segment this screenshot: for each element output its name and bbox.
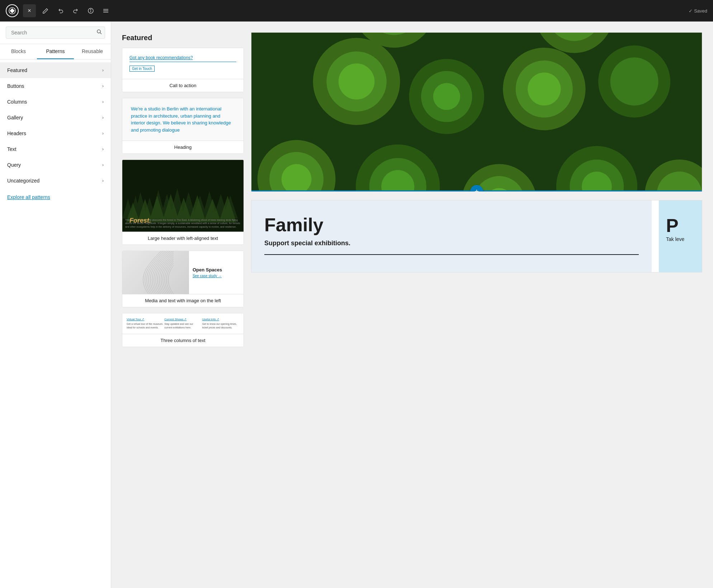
close-button[interactable]: × (23, 4, 36, 17)
chevron-icon: › (102, 131, 104, 136)
chevron-icon: › (102, 84, 104, 89)
redo-button[interactable] (70, 5, 81, 16)
col3-link: Useful Info ↗ (202, 318, 239, 321)
three-cols-label: Three columns of text (122, 334, 244, 347)
large-header-label: Large header with left-aligned text (122, 232, 244, 245)
col1-text: Get a virtual tour of the museum. Ideal … (127, 322, 164, 329)
family-title: Family (264, 215, 639, 235)
tab-patterns[interactable]: Patterns (37, 44, 74, 59)
col-3: Useful Info ↗ Get to know our opening ti… (202, 318, 239, 329)
pattern-card-heading[interactable]: We're a studio in Berlin with an interna… (122, 98, 244, 154)
partial-text: Tak leve (666, 236, 702, 242)
editor-canvas-family: Family Support special exhibitions. P Ta… (251, 200, 702, 272)
svg-line-8 (100, 33, 101, 34)
sidebar-item-text[interactable]: Text › (0, 141, 111, 157)
svg-point-56 (610, 57, 658, 105)
family-section: Family Support special exhibitions. (251, 200, 652, 272)
chevron-icon: › (102, 178, 104, 183)
chevron-icon: › (102, 99, 104, 104)
svg-point-3 (90, 9, 91, 10)
sidebar: Blocks Patterns Reusable Featured › Butt… (0, 22, 111, 588)
toolbar: × ✓ Saved (0, 0, 713, 22)
pattern-card-large-header[interactable]: Forest. There is a thin mist that obscur… (122, 160, 244, 245)
list-view-button[interactable] (100, 5, 111, 16)
sidebar-item-query[interactable]: Query › (0, 157, 111, 173)
cta-pattern-label: Call to action (122, 79, 244, 92)
media-text-preview: Open Spaces See case study → (122, 251, 244, 294)
search-input[interactable] (6, 27, 105, 39)
cta-button-text: Get in Touch (129, 66, 155, 72)
svg-point-54 (528, 72, 561, 105)
sidebar-item-featured[interactable]: Featured › (0, 62, 111, 78)
main-layout: Blocks Patterns Reusable Featured › Butt… (0, 22, 713, 588)
pattern-card-media-text[interactable]: Open Spaces See case study → Media and t… (122, 251, 244, 307)
sidebar-item-columns[interactable]: Columns › (0, 94, 111, 110)
edit-icon-button[interactable] (40, 5, 51, 16)
explore-patterns-link[interactable]: Explore all patterns (0, 189, 111, 206)
sidebar-tabs: Blocks Patterns Reusable (0, 44, 111, 60)
cta-link-text: Got any book recommendations? (129, 55, 236, 60)
heading-preview: We're a studio in Berlin with an interna… (122, 98, 244, 141)
col-1: Virtual Tour ↗ Get a virtual tour of the… (127, 318, 164, 329)
content-scroll: Featured Got any book recommendations? G… (111, 22, 713, 588)
media-title: Open Spaces (193, 267, 240, 272)
media-content: Open Spaces See case study → (189, 251, 244, 294)
forest-preview: Forest. There is a thin mist that obscur… (122, 160, 244, 232)
content-area: Featured Got any book recommendations? G… (111, 22, 713, 588)
svg-point-48 (339, 63, 374, 99)
sidebar-item-headers[interactable]: Headers › (0, 125, 111, 141)
undo-button[interactable] (55, 5, 66, 16)
pattern-card-three-cols[interactable]: Virtual Tour ↗ Get a virtual tour of the… (122, 313, 244, 347)
col1-link: Virtual Tour ↗ (127, 318, 164, 321)
svg-point-51 (433, 83, 460, 110)
wp-logo-icon (6, 4, 19, 17)
check-icon: ✓ (689, 8, 693, 14)
cta-preview: Got any book recommendations? Get in Tou… (122, 48, 244, 79)
family-subtitle: Support special exhibitions. (264, 240, 639, 247)
col2-text: Stay updated and see our current exhibit… (164, 322, 201, 329)
saved-status: ✓ Saved (689, 8, 707, 14)
info-button[interactable] (85, 5, 96, 16)
pattern-card-cta[interactable]: Got any book recommendations? Get in Tou… (122, 48, 244, 92)
patterns-title: Featured (122, 32, 244, 42)
col2-link: Current Shows ↗ (164, 318, 201, 321)
patterns-panel: Featured Got any book recommendations? G… (122, 32, 244, 577)
family-row: Family Support special exhibitions. P Ta… (251, 200, 702, 272)
chevron-icon: › (102, 162, 104, 167)
search-button[interactable] (96, 29, 102, 36)
editor-area: + Family Support special exhibitions. P … (251, 32, 702, 577)
sidebar-item-uncategorized[interactable]: Uncategorized › (0, 173, 111, 189)
col-2: Current Shows ↗ Stay updated and see our… (164, 318, 201, 329)
sidebar-item-gallery[interactable]: Gallery › (0, 110, 111, 125)
partial-title: P (666, 215, 702, 236)
sidebar-item-buttons[interactable]: Buttons › (0, 78, 111, 94)
chevron-icon: › (102, 115, 104, 120)
search-bar (0, 22, 111, 44)
heading-preview-text: We're a studio in Berlin with an interna… (131, 105, 235, 133)
svg-point-7 (97, 30, 100, 33)
col3-text: Get to know our opening times, ticket pr… (202, 322, 239, 329)
media-image (122, 251, 189, 294)
media-text-label: Media and text with image on the left (122, 294, 244, 307)
media-link: See case study → (193, 274, 240, 278)
three-cols-preview: Virtual Tour ↗ Get a virtual tour of the… (122, 313, 244, 334)
forest-full-image (251, 33, 702, 190)
sidebar-list: Featured › Buttons › Columns › Gallery ›… (0, 60, 111, 588)
heading-pattern-label: Heading (122, 141, 244, 153)
tab-blocks[interactable]: Blocks (0, 44, 37, 59)
partial-section: P Tak leve (659, 200, 702, 272)
forest-title: Forest. (129, 217, 151, 224)
editor-canvas-forest: + (251, 32, 702, 192)
chevron-icon: › (102, 147, 104, 152)
tab-reusable[interactable]: Reusable (74, 44, 111, 59)
chevron-icon: › (102, 68, 104, 73)
